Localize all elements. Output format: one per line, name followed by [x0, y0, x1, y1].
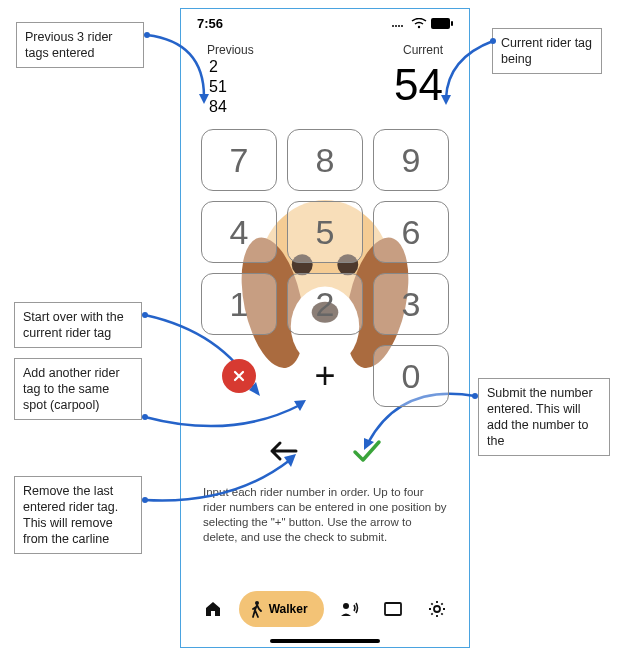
nav-walker-label: Walker: [269, 602, 308, 616]
svg-point-15: [343, 603, 349, 609]
close-icon: [231, 368, 247, 384]
status-icons: [391, 18, 453, 29]
home-indicator: [270, 639, 380, 643]
key-3[interactable]: 3: [373, 273, 449, 335]
walker-icon: [249, 600, 263, 618]
person-voice-icon: [339, 601, 359, 617]
arrow-back: [142, 450, 302, 510]
current-block: Current 54: [394, 43, 443, 117]
key-0[interactable]: 0: [373, 345, 449, 407]
callout-submit: Submit the number entered. This will add…: [478, 378, 610, 456]
current-label: Current: [403, 43, 443, 57]
status-bar: 7:56: [181, 9, 469, 37]
keypad-area: 7 8 9 4 5 6 1 2 3 + 0: [181, 125, 469, 425]
key-7[interactable]: 7: [201, 129, 277, 191]
key-2[interactable]: 2: [287, 273, 363, 335]
key-1[interactable]: 1: [201, 273, 277, 335]
svg-point-1: [395, 25, 397, 27]
callout-plus: Add another rider tag to the same spot (…: [14, 358, 142, 420]
signal-icon: [391, 18, 407, 28]
clear-button[interactable]: [201, 345, 277, 407]
svg-marker-21: [441, 95, 451, 105]
svg-rect-5: [431, 18, 450, 29]
screen-icon: [383, 601, 403, 617]
callout-previous: Previous 3 rider tags entered: [16, 22, 144, 68]
battery-icon: [431, 18, 453, 29]
svg-point-0: [392, 25, 394, 27]
svg-point-17: [434, 606, 440, 612]
callout-current: Current rider tag being: [492, 28, 602, 74]
key-8[interactable]: 8: [287, 129, 363, 191]
nav-settings[interactable]: [419, 591, 455, 627]
home-icon: [204, 600, 222, 618]
svg-rect-6: [451, 21, 453, 26]
nav-walker[interactable]: Walker: [239, 591, 324, 627]
key-5[interactable]: 5: [287, 201, 363, 263]
nav-screen[interactable]: [375, 591, 411, 627]
status-time: 7:56: [197, 16, 223, 31]
gear-icon: [428, 600, 446, 618]
svg-rect-16: [385, 603, 401, 615]
add-rider-button[interactable]: +: [287, 345, 363, 407]
arrow-current: [438, 38, 498, 108]
nav-home[interactable]: [195, 591, 231, 627]
svg-point-2: [398, 25, 400, 27]
callout-clear: Start over with the current rider tag: [14, 302, 142, 348]
callout-back: Remove the last entered rider tag. This …: [14, 476, 142, 554]
numbers-row: Previous 2 51 84 Current 54: [181, 37, 469, 125]
svg-point-3: [401, 25, 403, 27]
wifi-icon: [411, 18, 427, 29]
svg-point-4: [418, 25, 420, 27]
keypad: 7 8 9 4 5 6 1 2 3 + 0: [181, 125, 469, 407]
svg-marker-29: [284, 454, 296, 467]
key-4[interactable]: 4: [201, 201, 277, 263]
nav-announce[interactable]: [331, 591, 367, 627]
current-value: 54: [394, 61, 443, 109]
bottom-nav: Walker: [181, 587, 469, 631]
key-9[interactable]: 9: [373, 129, 449, 191]
svg-marker-19: [199, 94, 209, 104]
arrow-previous: [144, 32, 224, 112]
key-6[interactable]: 6: [373, 201, 449, 263]
